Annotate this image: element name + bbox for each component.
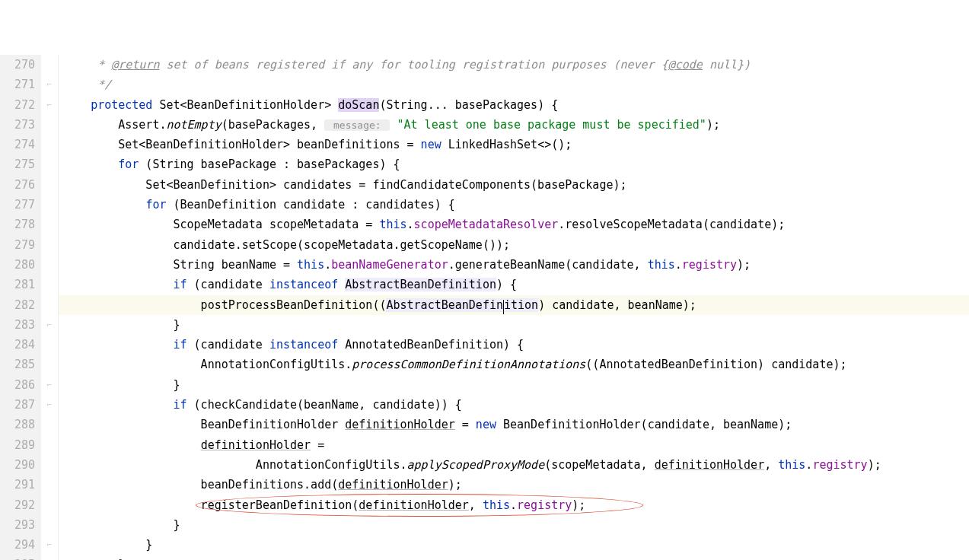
code-line[interactable]: if (candidate instanceof AnnotatedBeanDe… [63,335,969,355]
code-line[interactable]: } [63,515,969,535]
code-line[interactable]: BeanDefinitionHolder definitionHolder = … [63,415,969,434]
line-number: 292 [5,495,35,515]
code-line[interactable]: postProcessBeanDefinition((AbstractBeanD… [59,295,969,315]
code-token: (String... basePackages) { [379,98,558,112]
code-token: BeanDefinitionHolder(candidate, beanName… [496,418,792,431]
line-number: 276 [5,175,35,195]
code-token: this [778,458,805,472]
line-number: 275 [5,154,35,174]
code-token [63,98,91,112]
fold-marker [41,195,58,215]
code-token: if [174,278,187,291]
line-number: 273 [5,115,35,135]
code-line[interactable]: definitionHolder = [63,435,969,455]
line-number: 293 [5,515,35,535]
fold-marker [41,235,58,255]
code-token: ScopeMetadata scopeMetadata = [63,218,379,231]
code-line[interactable]: ScopeMetadata scopeMetadata = this.scope… [63,215,969,234]
code-token: ); [737,258,751,272]
fold-marker[interactable]: ⌐ [41,375,58,395]
code-token: "At least one base package must be speci… [397,118,706,132]
code-token: * [63,58,111,72]
code-token: = [311,438,324,452]
code-line[interactable]: for (BeanDefinition candidate : candidat… [63,195,969,215]
code-token [63,158,118,171]
fold-marker [41,355,58,374]
code-line[interactable]: AnnotationConfigUtils.processCommonDefin… [63,355,969,374]
fold-marker[interactable]: ⌐ [41,95,58,115]
code-token: @code [668,58,703,72]
fold-marker [41,175,58,195]
code-token: (String basePackage : basePackages) { [139,158,400,171]
code-line[interactable]: } [63,555,969,560]
fold-marker[interactable]: ⌐ [41,315,58,335]
code-line[interactable]: for (String basePackage : basePackages) … [63,154,969,174]
code-editor[interactable]: 2702712722732742752762772782792802812822… [0,55,969,560]
code-token: } [63,538,152,552]
fold-marker [41,255,58,275]
code-token: ((AnnotatedBeanDefinition) candidate); [585,358,846,371]
code-token: this [483,498,510,512]
fold-marker [41,135,58,154]
line-number: 274 [5,135,35,154]
code-token: } [63,518,180,532]
code-token: . [407,218,414,231]
code-token: AnnotatedBeanDefinition) { [338,338,524,352]
code-token: for [145,198,166,212]
fold-marker[interactable]: ⌐ [41,75,58,94]
fold-marker [41,154,58,174]
code-token: } [63,318,180,332]
code-line[interactable]: registerBeanDefinition(definitionHolder,… [63,495,969,515]
code-token: .resolveScopeMetadata(candidate); [558,218,785,231]
fold-marker[interactable]: ⌐ [41,395,58,415]
code-line[interactable]: * @return set of beans registered if any… [63,55,969,75]
fold-marker [41,295,58,315]
code-token: candidate.setScope(scopeMetadata.getScop… [63,238,510,252]
code-line[interactable]: AnnotationConfigUtils.applyScopedProxyMo… [63,455,969,475]
line-number: 294 [5,535,35,555]
code-token: ); [868,458,881,472]
code-token [390,118,397,132]
line-number: 278 [5,215,35,234]
code-token: registry [517,498,572,512]
code-token: definitionHolder [338,478,448,492]
code-token: . [675,258,682,272]
code-token: String beanName = [63,258,297,272]
code-token: Set<BeanDefinitionHolder> [152,98,338,112]
fold-marker [41,115,58,135]
code-token: (candidate [187,338,269,352]
fold-marker [41,515,58,535]
code-line[interactable]: beanDefinitions.add(definitionHolder); [63,475,969,495]
code-token: instanceof [269,278,338,291]
code-line[interactable]: candidate.setScope(scopeMetadata.getScop… [63,235,969,255]
code-line[interactable]: } [63,315,969,335]
code-line[interactable]: if (candidate instanceof AbstractBeanDef… [63,275,969,294]
fold-column[interactable]: ⌐⌐⌐⌐⌐⌐⌐ [41,55,59,560]
fold-marker[interactable]: ⌐ [41,535,58,555]
code-token [63,338,174,352]
code-line[interactable]: Assert.notEmpty(basePackages, message: "… [63,115,969,135]
fold-marker [41,475,58,495]
code-line[interactable]: Set<BeanDefinitionHolder> beanDefinition… [63,135,969,154]
line-number: 272 [5,95,35,115]
line-number: 270 [5,55,35,75]
code-line[interactable]: if (checkCandidate(beanName, candidate))… [63,395,969,415]
code-token: new [476,418,496,431]
code-token: (scopeMetadata, [544,458,655,472]
fold-marker [41,495,58,515]
code-token: postProcessBeanDefinition(( [63,298,386,312]
code-token: this [297,258,324,272]
code-line[interactable]: protected Set<BeanDefinitionHolder> doSc… [63,95,969,115]
code-token: . [324,258,331,272]
code-token: set of beans registered if any for tooli… [159,58,668,72]
code-token: doScan [338,98,379,112]
code-line[interactable]: String beanName = this.beanNameGenerator… [63,255,969,275]
code-line[interactable]: Set<BeanDefinition> candidates = findCan… [63,175,969,195]
code-line[interactable]: } [63,535,969,555]
code-token: ); [572,498,585,512]
code-area[interactable]: * @return set of beans registered if any… [59,55,969,560]
code-line[interactable]: */ [63,75,969,94]
code-line[interactable]: } [63,375,969,395]
code-token: null}) [703,58,751,72]
code-token [338,278,345,291]
